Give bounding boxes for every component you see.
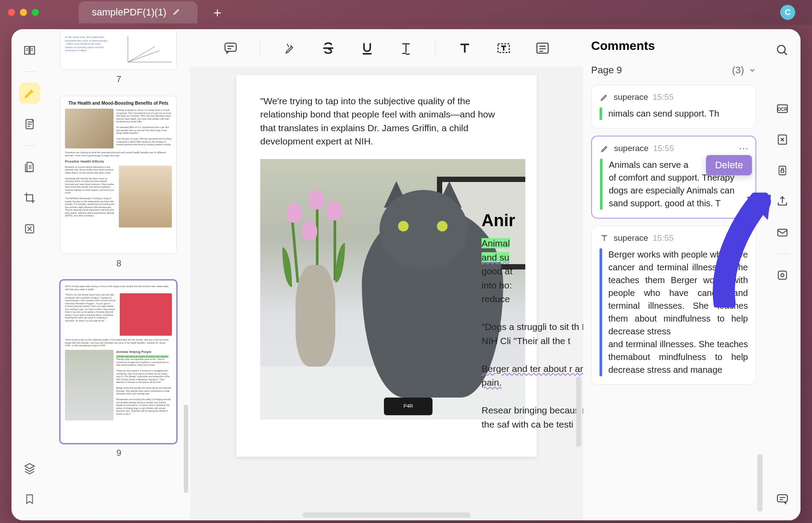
comment-tool[interactable] [221,38,240,58]
traffic-lights [8,9,39,16]
comment-more-button[interactable]: ⋯ [739,143,749,154]
notes-button[interactable] [19,114,40,135]
comment-card[interactable]: ⋯ Delete superace 15:55 Animals can serv… [591,136,756,219]
files-button[interactable] [19,156,40,178]
maximize-window[interactable] [32,9,39,16]
comments-header: Page 9 (3) [591,64,756,76]
text-style-tool[interactable] [396,38,416,58]
page-vscroll[interactable] [576,376,581,447]
comments-scrollbar[interactable] [757,454,763,512]
list-tool[interactable] [533,38,552,58]
thumbnail-page-7[interactable]: At the same time, this experimentpioneer… [60,29,178,91]
strikethrough-tool[interactable] [319,38,338,58]
comment-card[interactable]: superace 15:55 nimals can send support. … [591,85,756,129]
annotation-toolbar [190,29,583,67]
thumbnail-page-8[interactable]: The Health and Mood-Boosting Benefits of… [60,96,178,275]
share-button[interactable] [772,191,793,212]
reader-mode-button[interactable] [19,40,40,61]
highlight-animals[interactable]: Animal [482,238,510,248]
crop-button[interactable] [19,187,40,208]
comments-title: Comments [591,39,756,53]
layers-button[interactable] [19,458,40,479]
comment-user: superace [614,92,648,102]
page-label: Page 9 [591,64,622,76]
comment-text: Berger works with people who have cancer… [608,248,748,376]
svg-rect-11 [778,229,787,236]
highlighter-button[interactable] [19,83,40,104]
ocr-button[interactable]: OCR [772,98,793,119]
stamp-button[interactable] [19,218,40,239]
comment-text: nimals can send support. Th [608,107,719,120]
comment-user: superace [614,144,649,153]
comment-time: 15:55 [653,92,674,102]
svg-rect-10 [781,170,784,172]
text-icon [600,233,609,243]
thumbnail-number: 9 [60,443,178,464]
document-view: "We're trying to tap into the subjective… [190,29,583,520]
thumbnail-number: 7 [60,70,178,91]
svg-point-5 [778,45,785,53]
search-button[interactable] [772,40,793,61]
mail-button[interactable] [772,222,793,243]
svg-point-13 [781,274,784,277]
left-rail [11,29,48,520]
thumbnail-page-9[interactable]: NIH is funding large-scale surveys to fi… [60,280,178,464]
new-tab-button[interactable]: ＋ [211,4,224,22]
minimize-window[interactable] [20,9,27,16]
svg-rect-14 [778,495,788,502]
delete-button[interactable]: Delete [706,155,752,175]
highlight-support[interactable]: and su [482,252,509,262]
page-right-col: Anir Animal and su good at into ho: redu… [482,67,583,431]
page-hscroll[interactable] [303,512,471,518]
app-window: At the same time, this experimentpioneer… [11,29,801,520]
highlighter-icon [600,92,609,102]
svg-rect-9 [779,166,785,175]
comments-collapse[interactable]: (3) [732,64,756,76]
highlighter-icon [600,144,610,153]
svg-rect-12 [778,271,787,280]
bookmark-button[interactable] [19,489,40,510]
edit-icon[interactable] [173,7,181,18]
underline-tool[interactable] [357,38,377,58]
thumbnail-number: 8 [60,254,178,275]
comment-user: superace [614,233,648,243]
close-window[interactable] [8,9,15,16]
highlight-tool[interactable] [280,38,299,58]
user-avatar[interactable]: C [780,5,795,20]
svg-text:OCR: OCR [778,107,788,112]
section-heading: Anir [482,211,583,230]
convert-button[interactable] [772,129,793,150]
comment-card[interactable]: superace 15:55 Berger works with people … [591,226,756,385]
add-text-tool[interactable] [455,38,474,58]
toggle-comments-button[interactable] [772,489,793,510]
titlebar: samplePDF(1)(1) ＋ C [0,0,812,25]
comment-time: 15:55 [653,144,674,153]
thumbnail-scrollbar[interactable] [184,405,188,493]
right-rail: OCR [764,29,801,520]
settings-button[interactable] [772,265,793,286]
page-quote: "We're trying to tap into the subjective… [260,95,513,148]
thumbnail-panel[interactable]: At the same time, this experimentpioneer… [48,29,190,520]
underlined-text[interactable]: Berger and ter about r and ma pain. [482,364,583,388]
document-tab[interactable]: samplePDF(1)(1) [79,1,197,23]
text-box-tool[interactable] [494,38,513,58]
svg-rect-2 [225,43,236,51]
protect-button[interactable] [772,160,793,181]
comment-time: 15:55 [653,233,674,243]
comments-panel: Comments Page 9 (3) superace 15:55 nimal… [583,29,764,520]
tab-title: samplePDF(1)(1) [92,7,167,18]
